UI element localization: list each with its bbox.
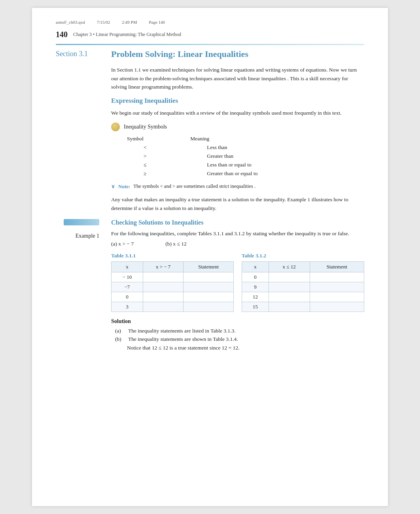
table-3-1-2-wrapper: Table 3.1.2 x x ≤ 12 Statement 0 9 — [242, 253, 364, 312]
page-container: armsF_ch03.qxd 7/15/02 2:49 PM Page 140 … — [32, 8, 388, 506]
inequality-table-wrapper: Inequality Symbols Symbol Meaning < Less… — [111, 123, 364, 178]
meaning-cell: Less than or equal to — [187, 161, 322, 169]
t1-x-cell: 0 — [112, 292, 143, 302]
sol-item-label: (a) — [115, 328, 125, 334]
section-intro-text: In Section 1.1 we examined techniques fo… — [111, 66, 364, 91]
t2-expr-cell — [269, 282, 310, 292]
table-3-1-1-wrapper: Table 3.1.1 x x > − 7 Statement − 10 − — [111, 253, 234, 312]
t2-x-cell: 15 — [242, 302, 269, 312]
t2-expr-cell — [269, 292, 310, 302]
condition-b: (b) x ≤ 12 — [165, 241, 187, 247]
t2-x-cell: 12 — [242, 292, 269, 302]
symbol-col-header: Symbol — [124, 134, 187, 143]
t2-expr-cell — [269, 302, 310, 312]
note-text: The symbols < and > are sometimes called… — [133, 183, 255, 189]
sol-item-label: (b) — [115, 336, 125, 342]
t2-statement-cell — [310, 292, 364, 302]
table2-col3-header: Statement — [310, 262, 364, 272]
t1-statement-cell — [184, 272, 234, 282]
t1-expr-cell — [143, 302, 184, 312]
symbol-cell: ≤ — [124, 161, 187, 169]
symbol-table-row: ≤ Less than or equal to — [124, 161, 322, 169]
t2-x-cell: 0 — [242, 272, 269, 282]
example-description: For the following inequalities, complete… — [111, 229, 364, 238]
meaning-cell: Greater than or equal to — [187, 169, 322, 178]
symbol-cell: < — [124, 143, 187, 152]
table-row: −7 — [112, 282, 234, 292]
section-heading-row: Section 3.1 Problem Solving: Linear Ineq… — [56, 49, 364, 59]
table-3-1-2: x x ≤ 12 Statement 0 9 12 15 — [242, 261, 364, 312]
t1-statement-cell — [184, 292, 234, 302]
chapter-info: Chapter 3 • Linear Programming: The Grap… — [73, 32, 181, 38]
solution-list-item: (b) The inequality statements are shown … — [115, 336, 364, 342]
meta-page: Page 140 — [149, 20, 165, 25]
t2-x-cell: 9 — [242, 282, 269, 292]
t1-statement-cell — [184, 282, 234, 292]
symbol-cell: ≥ — [124, 169, 187, 178]
symbol-table: Symbol Meaning < Less than > Greater tha… — [124, 134, 322, 178]
table-row: 0 — [242, 272, 364, 282]
solution-heading: Solution — [111, 318, 364, 325]
table-row: − 10 — [112, 272, 234, 282]
conditions-row: (a) x > − 7 (b) x ≤ 12 — [111, 241, 364, 247]
t1-x-cell: −7 — [112, 282, 143, 292]
table-row: 9 — [242, 282, 364, 292]
table2-col1-header: x — [242, 262, 269, 272]
example-left-col: Example 1 — [56, 219, 103, 239]
gold-dot-icon — [111, 123, 120, 131]
section-title: Problem Solving: Linear Inequalities — [111, 49, 364, 59]
t2-statement-cell — [310, 272, 364, 282]
page-number: 140 — [56, 30, 68, 39]
note-marker-icon: ∨ — [111, 183, 115, 190]
t2-statement-cell — [310, 302, 364, 312]
table-3-1-2-title: Table 3.1.2 — [242, 253, 364, 259]
symbol-table-title: Inequality Symbols — [124, 124, 167, 130]
notice-text: Notice that 12 ≤ 12 is a true statement … — [127, 345, 364, 351]
example-title: Checking Solutions to Inequalities — [111, 219, 364, 226]
meaning-cell: Less than — [187, 143, 322, 152]
note-label: Note: — [118, 183, 130, 190]
table2-col2-header: x ≤ 12 — [269, 262, 310, 272]
solution-list-item: (a) The inequality statements are listed… — [115, 328, 364, 334]
condition-a: (a) x > − 7 — [111, 241, 134, 247]
sol-item-text: The inequality statements are listed in … — [128, 328, 236, 334]
t1-expr-cell — [143, 292, 184, 302]
table1-col1-header: x — [112, 262, 143, 272]
meta-bar: armsF_ch03.qxd 7/15/02 2:49 PM Page 140 — [56, 20, 364, 26]
blue-decor-bar — [64, 219, 99, 225]
meta-date: 7/15/02 — [97, 20, 110, 25]
t2-expr-cell — [269, 272, 310, 282]
meta-filename: armsF_ch03.qxd — [56, 20, 85, 25]
example-section: Example 1 Checking Solutions to Inequali… — [56, 219, 364, 351]
table1-col2-header: x > − 7 — [143, 262, 184, 272]
symbol-table-row: > Greater than — [124, 152, 322, 161]
t1-statement-cell — [184, 302, 234, 312]
table-3-1-1-title: Table 3.1.1 — [111, 253, 234, 259]
note-box: ∨ Note: The symbols < and > are sometime… — [111, 183, 364, 190]
t2-statement-cell — [310, 282, 364, 292]
symbol-table-row: ≥ Greater than or equal to — [124, 169, 322, 178]
meaning-cell: Greater than — [187, 152, 322, 161]
symbol-cell: > — [124, 152, 187, 161]
table-row: 15 — [242, 302, 364, 312]
table-row: 0 — [112, 292, 234, 302]
section-number: Section 3.1 — [56, 49, 99, 58]
table-row: 12 — [242, 292, 364, 302]
t1-expr-cell — [143, 282, 184, 292]
symbol-table-row: < Less than — [124, 143, 322, 152]
sol-item-text: The inequality statements are shown in T… — [128, 336, 238, 342]
meta-time: 2:49 PM — [122, 20, 137, 25]
t1-x-cell: − 10 — [112, 272, 143, 282]
subsection-body: We begin our study of inequalities with … — [111, 109, 364, 117]
example-content: Checking Solutions to Inequalities For t… — [111, 219, 364, 351]
solution-section: Solution (a) The inequality statements a… — [111, 318, 364, 351]
t1-x-cell: 3 — [112, 302, 143, 312]
solution-para-text: Any value that makes an inequality a tru… — [111, 197, 348, 211]
t1-expr-cell — [143, 272, 184, 282]
blue-rule — [56, 44, 364, 45]
table-3-1-1: x x > − 7 Statement − 10 −7 0 3 — [111, 261, 234, 312]
tables-area: Table 3.1.1 x x > − 7 Statement − 10 − — [111, 253, 364, 312]
table1-col3-header: Statement — [184, 262, 234, 272]
example-number: Example 1 — [76, 232, 99, 239]
subsection-title: Expressing Inequalities — [111, 97, 364, 105]
